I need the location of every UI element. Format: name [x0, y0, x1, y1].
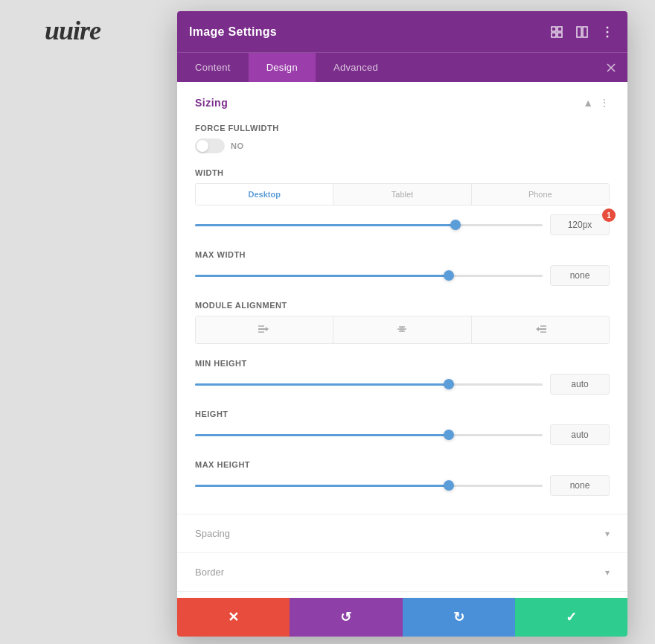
width-label: Width [195, 168, 610, 177]
max-width-input[interactable] [550, 265, 610, 286]
align-right-btn[interactable] [472, 316, 609, 343]
spacing-section[interactable]: Spacing ▾ [177, 514, 627, 553]
logo: uuire [45, 15, 100, 46]
sizing-title: Sizing [195, 97, 228, 109]
device-tab-tablet[interactable]: Tablet [333, 184, 471, 205]
toggle-row: NO [195, 138, 610, 153]
svg-rect-3 [557, 33, 562, 37]
max-width-slider-row [195, 265, 610, 286]
svg-point-6 [607, 26, 609, 28]
save-button[interactable]: ✓ [515, 598, 627, 637]
alignment-buttons [195, 316, 610, 344]
max-width-fill [195, 275, 449, 277]
svg-rect-2 [552, 33, 556, 37]
max-width-slider[interactable] [195, 268, 543, 283]
svg-rect-0 [552, 27, 556, 31]
tabs-bar: Content Design Advanced [177, 52, 627, 82]
height-label: Height [195, 409, 610, 418]
max-width-field: Max Width [195, 250, 610, 286]
tab-advanced[interactable]: Advanced [316, 53, 396, 82]
expand-icon[interactable] [549, 24, 565, 40]
max-width-thumb[interactable] [444, 270, 454, 281]
split-icon[interactable] [574, 24, 590, 40]
max-height-input[interactable] [550, 475, 610, 496]
max-height-thumb[interactable] [444, 480, 454, 491]
spacing-title: Spacing [195, 528, 230, 539]
more-icon[interactable] [599, 24, 616, 40]
force-fullwidth-label: Force Fullwidth [195, 124, 610, 133]
border-title: Border [195, 567, 224, 578]
align-left-btn[interactable] [196, 316, 333, 343]
tab-design[interactable]: Design [249, 53, 316, 82]
svg-point-7 [607, 31, 609, 33]
width-fill [195, 224, 456, 226]
max-width-label: Max Width [195, 250, 610, 259]
align-center-btn[interactable] [333, 316, 471, 343]
redo-button[interactable]: ↻ [403, 598, 515, 637]
border-section[interactable]: Border ▾ [177, 553, 627, 592]
module-alignment-label: Module Alignment [195, 301, 610, 310]
svg-point-8 [607, 35, 609, 37]
collapse-icon[interactable]: ▲ [583, 97, 593, 109]
width-input[interactable] [550, 214, 610, 235]
width-input-wrapper: 1 [550, 214, 610, 235]
max-height-slider[interactable] [195, 478, 543, 493]
device-tab-phone[interactable]: Phone [472, 184, 609, 205]
device-tabs: Desktop Tablet Phone [195, 183, 610, 205]
force-fullwidth-field: Force Fullwidth NO [195, 124, 610, 153]
align-center-icon [396, 324, 408, 336]
max-height-fill [195, 485, 449, 487]
device-tab-desktop[interactable]: Desktop [196, 184, 333, 205]
align-right-icon [534, 324, 546, 336]
svg-rect-5 [583, 27, 587, 37]
cancel-button[interactable]: ✕ [177, 598, 290, 637]
min-height-label: Min Height [195, 359, 610, 368]
modal-panel: Image Settings [177, 11, 627, 637]
width-slider-row: 1 [195, 214, 610, 235]
height-thumb[interactable] [444, 430, 454, 440]
align-left-icon [258, 324, 270, 336]
width-track [195, 224, 543, 226]
svg-marker-10 [266, 327, 269, 331]
modal-header: Image Settings [177, 11, 627, 52]
modal-footer: ✕ ↺ ↻ ✓ [177, 598, 627, 637]
spacing-chevron-icon: ▾ [605, 529, 610, 539]
width-badge: 1 [602, 208, 616, 222]
height-slider[interactable] [195, 427, 543, 442]
min-height-track [195, 383, 543, 386]
svg-marker-19 [536, 327, 539, 331]
height-field: Height [195, 409, 610, 445]
height-input[interactable] [550, 424, 610, 445]
max-width-track [195, 275, 543, 277]
header-icons [549, 24, 616, 40]
fullwidth-toggle[interactable] [195, 138, 225, 153]
min-height-slider-row [195, 374, 610, 395]
module-alignment-field: Module Alignment [195, 301, 610, 344]
max-height-field: Max Height [195, 460, 610, 496]
min-height-field: Min Height [195, 359, 610, 395]
height-slider-row [195, 424, 610, 445]
modal-title: Image Settings [189, 25, 277, 39]
undo-button[interactable]: ↺ [290, 598, 402, 637]
height-fill [195, 434, 449, 436]
section-more-icon[interactable]: ⋮ [599, 97, 610, 109]
width-slider[interactable] [195, 217, 543, 232]
max-height-track [195, 485, 543, 487]
tab-close[interactable] [595, 53, 627, 82]
min-height-slider[interactable] [195, 377, 543, 392]
min-height-thumb[interactable] [444, 379, 454, 389]
width-field: Width Desktop Tablet Phone 1 [195, 168, 610, 235]
max-height-label: Max Height [195, 460, 610, 469]
section-header-controls: ▲ ⋮ [583, 97, 610, 109]
height-track [195, 434, 543, 436]
border-chevron-icon: ▾ [605, 567, 610, 578]
svg-rect-1 [557, 27, 562, 31]
modal-content[interactable]: Sizing ▲ ⋮ Force Fullwidth NO Width Desk… [177, 82, 627, 598]
width-thumb[interactable] [450, 220, 461, 230]
tab-content[interactable]: Content [177, 53, 249, 82]
sizing-section-header: Sizing ▲ ⋮ [195, 97, 610, 109]
toggle-no-label: NO [231, 141, 244, 150]
svg-rect-4 [577, 27, 581, 37]
min-height-input[interactable] [550, 374, 610, 395]
max-height-slider-row [195, 475, 610, 496]
